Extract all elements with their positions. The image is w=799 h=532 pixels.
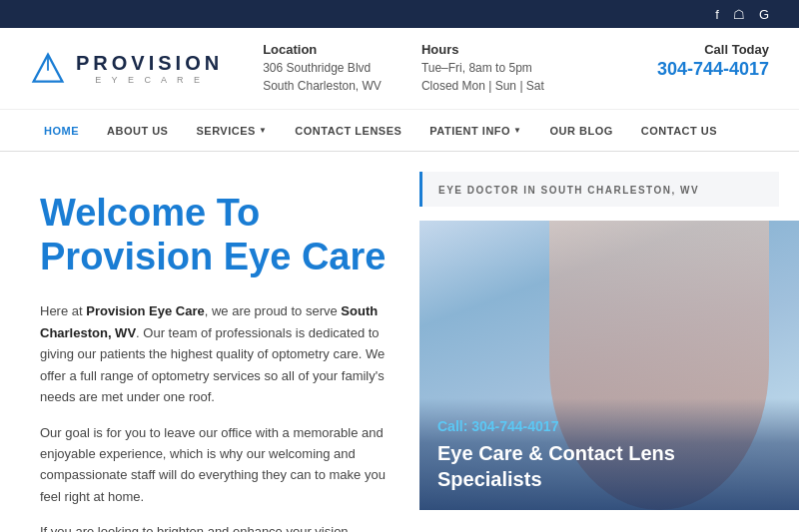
eyedoc-label: EYE DOCTOR IN SOUTH CHARLESTON, WV [438,185,699,196]
body-paragraph-1: Here at Provision Eye Care, we are proud… [40,300,390,407]
logo-area[interactable]: PROVISION E Y E C A R E [30,51,223,87]
logo-text: PROVISION E Y E C A R E [76,52,223,85]
nav-item-home[interactable]: HOME [30,110,93,152]
call-today-block: Call Today 304-744-4017 [657,42,769,80]
body-paragraph-2: Our goal is for you to leave our office … [40,422,390,508]
hours-block: Hours Tue–Fri, 8am to 5pm Closed Mon | S… [421,42,544,95]
logo-eyecare-text: E Y E C A R E [76,75,223,85]
hours-line2: Closed Mon | Sun | Sat [421,77,544,95]
card-title: Eye Care & Contact Lens Specialists [437,440,781,492]
hours-line1: Tue–Fri, 8am to 5pm [421,59,544,77]
logo-triangle-icon [30,51,66,87]
nav-item-patient-info[interactable]: PATIENT INFO ▼ [415,110,535,152]
services-arrow-icon: ▼ [259,126,267,135]
hours-label: Hours [421,42,544,57]
google-icon[interactable]: G [759,7,769,22]
main-nav: HOME ABOUT US SERVICES ▼ CONTACT LENSES … [0,110,799,152]
phone-number[interactable]: 304-744-4017 [657,59,769,80]
patient-info-arrow-icon: ▼ [513,126,521,135]
body-paragraph-3: If you are looking to brighten and enhan… [40,521,390,532]
card-overlay: Call: 304-744-4017 Eye Care & Contact Le… [419,398,799,510]
facebook-icon[interactable]: f [715,7,719,22]
location-block: Location 306 Southridge Blvd South Charl… [263,42,382,95]
card-phone-number[interactable]: Call: 304-744-4017 [437,418,781,434]
nav-item-our-blog[interactable]: OUR BLOG [536,110,627,152]
eyedoc-label-bar: EYE DOCTOR IN SOUTH CHARLESTON, WV [419,172,779,207]
top-bar: f ☖ G [0,0,799,28]
nav-item-about[interactable]: ABOUT US [93,110,182,152]
image-card: Call: 304-744-4017 Eye Care & Contact Le… [419,221,799,510]
location-label: Location [263,42,382,57]
instagram-icon[interactable]: ☖ [733,7,745,22]
location-line2: South Charleston, WV [263,77,382,95]
header: PROVISION E Y E C A R E Location 306 Sou… [0,28,799,110]
nav-item-contact-us[interactable]: CONTACT US [627,110,731,152]
right-panel: EYE DOCTOR IN SOUTH CHARLESTON, WV Call:… [419,152,799,532]
nav-item-contact-lenses[interactable]: CONTACT LENSES [281,110,415,152]
header-info: Location 306 Southridge Blvd South Charl… [263,42,769,95]
welcome-title: Welcome To Provision Eye Care [40,192,390,278]
call-today-label: Call Today [657,42,769,57]
nav-item-services[interactable]: SERVICES ▼ [182,110,281,152]
main-content: Welcome To Provision Eye Care Here at Pr… [0,152,799,532]
logo-provision-text: PROVISION [76,52,223,75]
left-content: Welcome To Provision Eye Care Here at Pr… [0,152,419,532]
location-line1: 306 Southridge Blvd [263,59,382,77]
